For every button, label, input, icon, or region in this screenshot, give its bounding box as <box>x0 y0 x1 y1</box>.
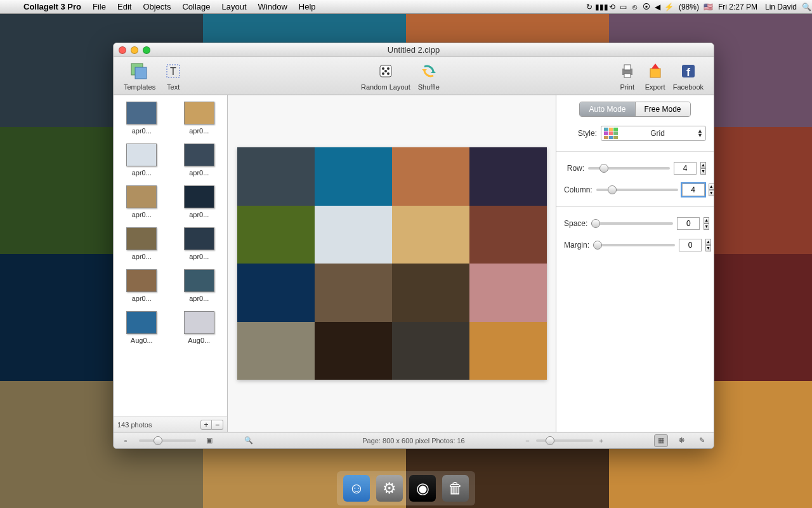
thumbnail-label: apr0... <box>181 127 217 135</box>
menu-objects[interactable]: Objects <box>137 2 176 11</box>
row-field[interactable] <box>674 162 697 175</box>
auto-mode-tab[interactable]: Auto Mode <box>580 102 634 116</box>
menu-collage[interactable]: Collage <box>176 2 216 11</box>
thumb-zoom-slider[interactable] <box>139 439 196 442</box>
zoom-out-sidebar-icon[interactable]: ▫ <box>119 434 133 447</box>
close-button[interactable] <box>119 46 126 54</box>
minimize-button[interactable] <box>131 46 138 54</box>
row-slider[interactable] <box>588 167 670 170</box>
status-power-icon[interactable]: ⚡ <box>664 3 675 11</box>
thumbnail-item[interactable]: apr0... <box>174 102 225 135</box>
status-bluetooth-icon[interactable]: ⎋ <box>629 3 641 11</box>
zoom-minus-button[interactable]: − <box>525 437 529 444</box>
status-clock[interactable]: Fri 2:27 PM <box>714 3 761 11</box>
thumbnail-item[interactable]: apr0... <box>174 227 225 260</box>
margin-slider[interactable] <box>593 244 675 246</box>
status-display-icon[interactable]: ▭ <box>618 3 629 11</box>
zoom-in-sidebar-icon[interactable]: ▣ <box>202 434 216 447</box>
export-button[interactable]: Export <box>645 61 665 91</box>
space-label: Space: <box>564 219 587 228</box>
templates-icon <box>129 61 150 81</box>
templates-button[interactable]: Templates <box>124 61 155 91</box>
settings-icon[interactable]: ⚙ <box>376 475 403 502</box>
status-wifi-icon[interactable]: ⦿ <box>641 3 652 11</box>
svg-marker-10 <box>431 70 436 73</box>
layout-view-button[interactable]: ▦ <box>654 434 668 447</box>
status-battery-percent[interactable]: (98%) <box>675 3 703 11</box>
status-sync-icon[interactable]: ↻ <box>584 3 595 11</box>
svg-rect-13 <box>624 65 631 70</box>
app-icon[interactable]: ◉ <box>409 475 436 502</box>
column-label: Column: <box>564 185 593 194</box>
zoom-plus-button[interactable]: + <box>599 437 603 444</box>
thumbnail-item[interactable]: apr0... <box>116 227 167 260</box>
mode-segmented-control[interactable]: Auto Mode Free Mode <box>579 102 690 117</box>
canvas-area[interactable] <box>228 95 556 432</box>
magnifier-icon[interactable]: 🔍 <box>242 434 256 447</box>
trash-icon[interactable]: 🗑 <box>442 475 469 502</box>
svg-rect-14 <box>624 74 631 77</box>
thumbnail-item[interactable]: apr0... <box>174 269 225 302</box>
thumbnail-item[interactable]: apr0... <box>174 144 225 177</box>
shuffle-button[interactable]: Shuffle <box>418 61 440 91</box>
style-dropdown[interactable]: Grid ▲▼ <box>601 126 706 141</box>
thumbnail-item[interactable]: apr0... <box>116 269 167 302</box>
space-slider[interactable] <box>591 222 673 225</box>
status-flag-icon[interactable]: 🇺🇸 <box>703 3 714 11</box>
status-timemachine-icon[interactable]: ⟲ <box>606 3 618 11</box>
thumbnail-list[interactable]: apr0...apr0...apr0...apr0...apr0...apr0.… <box>114 95 227 417</box>
remove-photo-button[interactable]: − <box>212 420 223 430</box>
menu-layout[interactable]: Layout <box>216 2 252 11</box>
margin-stepper[interactable]: ▲▼ <box>705 239 711 251</box>
zoom-button[interactable] <box>143 46 150 54</box>
status-battery-icon[interactable]: ▮▮▮ <box>595 3 606 11</box>
random-layout-button[interactable]: Random Layout <box>361 61 410 91</box>
edit-view-button[interactable]: ✎ <box>695 434 709 447</box>
thumbnail-label: apr0... <box>181 253 217 260</box>
menu-edit[interactable]: Edit <box>112 2 137 11</box>
row-stepper[interactable]: ▲▼ <box>700 162 706 175</box>
thumbnail-item[interactable]: apr0... <box>116 185 167 218</box>
menu-help[interactable]: Help <box>293 2 322 11</box>
space-stepper[interactable]: ▲▼ <box>704 217 709 230</box>
thumbnail-item[interactable]: apr0... <box>116 102 167 135</box>
thumbnail-label: apr0... <box>124 295 159 302</box>
thumbnail-label: apr0... <box>124 169 159 177</box>
effects-view-button[interactable]: ❋ <box>674 434 688 447</box>
status-user[interactable]: Lin David <box>761 3 801 11</box>
facebook-icon: f <box>678 61 698 81</box>
photo-sidebar: apr0...apr0...apr0...apr0...apr0...apr0.… <box>114 95 228 432</box>
free-mode-tab[interactable]: Free Mode <box>635 102 690 116</box>
column-slider[interactable] <box>596 189 678 191</box>
add-photo-button[interactable]: + <box>200 420 212 430</box>
app-window: Untitled 2.cipp Templates T Text Random … <box>113 43 714 449</box>
app-menu[interactable]: CollageIt 3 Pro <box>18 2 87 11</box>
column-field[interactable] <box>682 184 705 196</box>
status-volume-icon[interactable]: ◀ <box>652 3 664 11</box>
thumbnail-item[interactable]: apr0... <box>116 144 167 177</box>
text-button[interactable]: T Text <box>163 61 183 91</box>
menu-file[interactable]: File <box>87 2 112 11</box>
titlebar[interactable]: Untitled 2.cipp <box>114 43 714 57</box>
shuffle-icon <box>419 61 439 81</box>
toolbar: Templates T Text Random Layout Shuffle P… <box>114 57 714 95</box>
column-stepper[interactable]: ▲▼ <box>709 184 714 196</box>
thumbnail-label: apr0... <box>181 295 217 302</box>
spotlight-icon[interactable]: 🔍 <box>801 3 812 11</box>
finder-icon[interactable]: ☺ <box>343 475 370 502</box>
dock[interactable]: ☺ ⚙ ◉ 🗑 <box>337 471 475 505</box>
thumbnail-item[interactable]: apr0... <box>174 185 225 218</box>
collage-canvas[interactable] <box>237 147 547 380</box>
thumbnail-label: apr0... <box>124 211 159 218</box>
facebook-button[interactable]: f Facebook <box>673 61 704 91</box>
thumbnail-label: apr0... <box>124 127 159 135</box>
style-label: Style: <box>564 129 597 138</box>
svg-rect-15 <box>650 69 660 77</box>
canvas-zoom-slider[interactable] <box>536 439 593 442</box>
space-field[interactable] <box>677 217 700 230</box>
thumbnail-item[interactable]: Aug0... <box>116 311 167 344</box>
menu-window[interactable]: Window <box>252 2 293 11</box>
margin-field[interactable] <box>679 239 702 251</box>
print-button[interactable]: Print <box>617 61 638 91</box>
thumbnail-item[interactable]: Aug0... <box>174 311 225 344</box>
